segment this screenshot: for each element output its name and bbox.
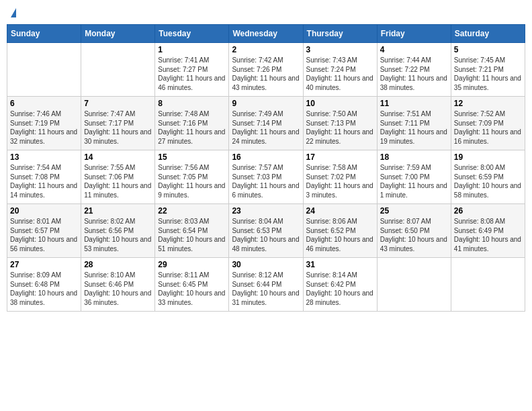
day-info: Sunrise: 8:09 AMSunset: 6:48 PMDaylight:… [10, 271, 78, 307]
day-number: 19 [454, 152, 522, 162]
day-of-week-header: Friday [377, 25, 451, 43]
calendar-header-row: SundayMondayTuesdayWednesdayThursdayFrid… [7, 25, 525, 43]
calendar-day-cell: 30Sunrise: 8:12 AMSunset: 6:44 PMDayligh… [229, 258, 303, 312]
day-number: 11 [380, 99, 448, 108]
day-info: Sunrise: 8:07 AMSunset: 6:50 PMDaylight:… [380, 217, 448, 253]
calendar-day-cell: 14Sunrise: 7:55 AMSunset: 7:06 PMDayligh… [81, 150, 155, 204]
day-info: Sunrise: 7:52 AMSunset: 7:09 PMDaylight:… [454, 109, 522, 146]
calendar-day-cell: 11Sunrise: 7:51 AMSunset: 7:11 PMDayligh… [377, 97, 451, 150]
day-info: Sunrise: 8:03 AMSunset: 6:54 PMDaylight:… [158, 217, 226, 253]
day-number: 30 [232, 260, 300, 269]
day-number: 10 [306, 99, 374, 108]
calendar-week-row: 1Sunrise: 7:41 AMSunset: 7:27 PMDaylight… [7, 43, 525, 97]
logo-icon [11, 8, 16, 17]
calendar-day-cell: 3Sunrise: 7:43 AMSunset: 7:24 PMDaylight… [303, 43, 377, 97]
day-info: Sunrise: 7:45 AMSunset: 7:21 PMDaylight:… [454, 56, 522, 92]
day-info: Sunrise: 7:57 AMSunset: 7:03 PMDaylight:… [232, 163, 300, 199]
day-info: Sunrise: 7:54 AMSunset: 7:08 PMDaylight:… [10, 163, 78, 199]
day-number: 6 [10, 99, 78, 108]
day-info: Sunrise: 8:14 AMSunset: 6:42 PMDaylight:… [306, 271, 374, 307]
calendar-day-cell: 23Sunrise: 8:04 AMSunset: 6:53 PMDayligh… [229, 204, 303, 258]
calendar-day-cell: 15Sunrise: 7:56 AMSunset: 7:05 PMDayligh… [155, 150, 229, 204]
day-info: Sunrise: 7:49 AMSunset: 7:14 PMDaylight:… [232, 109, 300, 146]
day-info: Sunrise: 7:59 AMSunset: 7:00 PMDaylight:… [380, 163, 448, 199]
day-number: 23 [232, 206, 300, 216]
day-number: 13 [10, 152, 78, 162]
calendar-day-cell: 9Sunrise: 7:49 AMSunset: 7:14 PMDaylight… [229, 97, 303, 150]
day-info: Sunrise: 7:58 AMSunset: 7:02 PMDaylight:… [306, 163, 374, 199]
calendar-day-cell [377, 258, 451, 312]
day-of-week-header: Monday [81, 25, 155, 43]
calendar-week-row: 13Sunrise: 7:54 AMSunset: 7:08 PMDayligh… [7, 150, 525, 204]
day-info: Sunrise: 7:42 AMSunset: 7:26 PMDaylight:… [232, 56, 300, 92]
day-number: 28 [84, 260, 152, 269]
day-info: Sunrise: 8:00 AMSunset: 6:59 PMDaylight:… [454, 163, 522, 199]
day-number: 27 [10, 260, 78, 269]
calendar-day-cell: 26Sunrise: 8:08 AMSunset: 6:49 PMDayligh… [451, 204, 525, 258]
calendar-day-cell: 22Sunrise: 8:03 AMSunset: 6:54 PMDayligh… [155, 204, 229, 258]
calendar-day-cell: 16Sunrise: 7:57 AMSunset: 7:03 PMDayligh… [229, 150, 303, 204]
day-number: 18 [380, 152, 448, 162]
day-number: 4 [380, 45, 448, 54]
calendar-day-cell [451, 258, 525, 312]
day-of-week-header: Wednesday [229, 25, 303, 43]
logo [9, 9, 16, 19]
day-number: 22 [158, 206, 226, 216]
calendar-day-cell [7, 43, 81, 97]
day-info: Sunrise: 8:06 AMSunset: 6:52 PMDaylight:… [306, 217, 374, 253]
day-number: 1 [158, 45, 226, 54]
day-info: Sunrise: 7:48 AMSunset: 7:16 PMDaylight:… [158, 109, 226, 146]
day-number: 16 [232, 152, 300, 162]
day-of-week-header: Tuesday [155, 25, 229, 43]
calendar-day-cell: 27Sunrise: 8:09 AMSunset: 6:48 PMDayligh… [7, 258, 81, 312]
calendar-day-cell: 7Sunrise: 7:47 AMSunset: 7:17 PMDaylight… [81, 97, 155, 150]
day-number: 20 [10, 206, 78, 216]
day-info: Sunrise: 7:46 AMSunset: 7:19 PMDaylight:… [10, 109, 78, 146]
calendar-day-cell: 21Sunrise: 8:02 AMSunset: 6:56 PMDayligh… [81, 204, 155, 258]
day-info: Sunrise: 7:47 AMSunset: 7:17 PMDaylight:… [84, 109, 152, 146]
day-number: 14 [84, 152, 152, 162]
calendar-day-cell: 28Sunrise: 8:10 AMSunset: 6:46 PMDayligh… [81, 258, 155, 312]
calendar-day-cell: 13Sunrise: 7:54 AMSunset: 7:08 PMDayligh… [7, 150, 81, 204]
day-info: Sunrise: 7:56 AMSunset: 7:05 PMDaylight:… [158, 163, 226, 199]
day-info: Sunrise: 7:43 AMSunset: 7:24 PMDaylight:… [306, 56, 374, 92]
calendar-day-cell: 31Sunrise: 8:14 AMSunset: 6:42 PMDayligh… [303, 258, 377, 312]
day-number: 2 [232, 45, 300, 54]
calendar-day-cell: 24Sunrise: 8:06 AMSunset: 6:52 PMDayligh… [303, 204, 377, 258]
day-number: 8 [158, 99, 226, 108]
day-number: 5 [454, 45, 522, 54]
calendar-day-cell: 1Sunrise: 7:41 AMSunset: 7:27 PMDaylight… [155, 43, 229, 97]
day-info: Sunrise: 8:11 AMSunset: 6:45 PMDaylight:… [158, 271, 226, 307]
day-number: 9 [232, 99, 300, 108]
calendar-day-cell: 4Sunrise: 7:44 AMSunset: 7:22 PMDaylight… [377, 43, 451, 97]
day-info: Sunrise: 8:04 AMSunset: 6:53 PMDaylight:… [232, 217, 300, 253]
day-number: 17 [306, 152, 374, 162]
calendar-day-cell: 12Sunrise: 7:52 AMSunset: 7:09 PMDayligh… [451, 97, 525, 150]
calendar-day-cell: 10Sunrise: 7:50 AMSunset: 7:13 PMDayligh… [303, 97, 377, 150]
day-number: 24 [306, 206, 374, 216]
calendar-week-row: 27Sunrise: 8:09 AMSunset: 6:48 PMDayligh… [7, 258, 525, 312]
day-of-week-header: Saturday [451, 25, 525, 43]
calendar-day-cell: 18Sunrise: 7:59 AMSunset: 7:00 PMDayligh… [377, 150, 451, 204]
day-info: Sunrise: 7:44 AMSunset: 7:22 PMDaylight:… [380, 56, 448, 92]
page-header [7, 7, 525, 19]
calendar-week-row: 6Sunrise: 7:46 AMSunset: 7:19 PMDaylight… [7, 97, 525, 150]
day-number: 31 [306, 260, 374, 269]
day-info: Sunrise: 7:41 AMSunset: 7:27 PMDaylight:… [158, 56, 226, 92]
calendar-day-cell: 25Sunrise: 8:07 AMSunset: 6:50 PMDayligh… [377, 204, 451, 258]
day-of-week-header: Sunday [7, 25, 81, 43]
day-of-week-header: Thursday [303, 25, 377, 43]
calendar-day-cell: 20Sunrise: 8:01 AMSunset: 6:57 PMDayligh… [7, 204, 81, 258]
day-number: 3 [306, 45, 374, 54]
day-number: 26 [454, 206, 522, 216]
calendar-day-cell: 29Sunrise: 8:11 AMSunset: 6:45 PMDayligh… [155, 258, 229, 312]
day-number: 21 [84, 206, 152, 216]
calendar-day-cell: 5Sunrise: 7:45 AMSunset: 7:21 PMDaylight… [451, 43, 525, 97]
calendar-day-cell [81, 43, 155, 97]
day-info: Sunrise: 8:01 AMSunset: 6:57 PMDaylight:… [10, 217, 78, 253]
day-number: 12 [454, 99, 522, 108]
calendar-table: SundayMondayTuesdayWednesdayThursdayFrid… [7, 24, 525, 312]
day-info: Sunrise: 7:55 AMSunset: 7:06 PMDaylight:… [84, 163, 152, 199]
calendar-day-cell: 19Sunrise: 8:00 AMSunset: 6:59 PMDayligh… [451, 150, 525, 204]
day-info: Sunrise: 8:02 AMSunset: 6:56 PMDaylight:… [84, 217, 152, 253]
